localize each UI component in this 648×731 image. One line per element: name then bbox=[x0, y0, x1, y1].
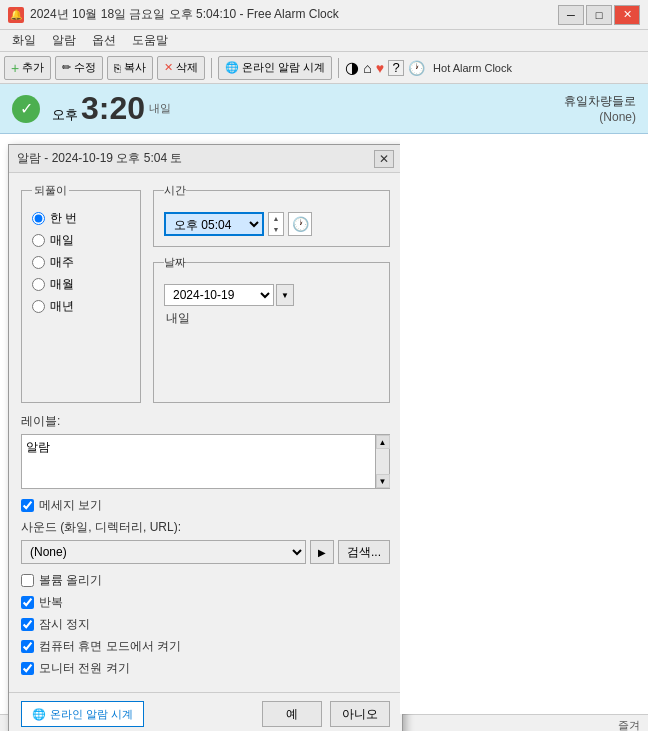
menu-help[interactable]: 도움말 bbox=[124, 30, 176, 51]
scrollbar-up-button[interactable]: ▲ bbox=[376, 435, 390, 449]
half-circle-icon: ◑ bbox=[345, 58, 359, 77]
separator-2 bbox=[338, 58, 339, 78]
dialog-title: 알람 - 2024-10-19 오후 5:04 토 bbox=[17, 150, 374, 167]
copy-button[interactable]: ⎘ 복사 bbox=[107, 56, 153, 80]
wakeup-row: 컴퓨터 휴면 모드에서 켜기 bbox=[21, 638, 390, 655]
repeat-monthly-radio[interactable] bbox=[32, 278, 45, 291]
holiday-value: (None) bbox=[171, 110, 636, 124]
title-bar-text: 2024년 10월 18일 금요일 오후 5:04:10 - Free Alar… bbox=[30, 6, 558, 23]
home-icon: ⌂ bbox=[363, 60, 371, 76]
volume-checkbox[interactable] bbox=[21, 574, 34, 587]
hot-alarm-label: Hot Alarm Clock bbox=[433, 62, 512, 74]
menu-bar: 화일 알람 옵션 도움말 bbox=[0, 30, 648, 52]
minimize-button[interactable]: ─ bbox=[558, 5, 584, 25]
time-value: 3:20 bbox=[81, 90, 145, 127]
copy-icon: ⎘ bbox=[114, 62, 121, 74]
time-spinner[interactable]: ▲ ▼ bbox=[268, 212, 284, 236]
title-bar: 🔔 2024년 10월 18일 금요일 오후 5:04:10 - Free Al… bbox=[0, 0, 648, 30]
snooze-row: 잠시 정지 bbox=[21, 616, 390, 633]
holiday-title: 휴일차량들로 bbox=[171, 93, 636, 110]
repeat-monthly: 매월 bbox=[32, 276, 130, 293]
show-message-checkbox[interactable] bbox=[21, 499, 34, 512]
date-tomorrow-label: 내일 bbox=[164, 310, 379, 327]
wakeup-checkbox[interactable] bbox=[21, 640, 34, 653]
repeat-legend: 되풀이 bbox=[32, 183, 69, 198]
holiday-info: 휴일차량들로 (None) bbox=[171, 93, 636, 124]
dialog-close-button[interactable]: ✕ bbox=[374, 150, 394, 168]
dialog-body: 되풀이 한 번 매일 매주 매월 bbox=[9, 173, 402, 692]
date-select[interactable]: 2024-10-19 bbox=[164, 284, 274, 306]
sound-search-button[interactable]: 검색... bbox=[338, 540, 390, 564]
heart-icon: ♥ bbox=[376, 60, 384, 76]
sound-select[interactable]: (None) bbox=[21, 540, 306, 564]
window-close-button[interactable]: ✕ bbox=[614, 5, 640, 25]
add-button[interactable]: + 추가 bbox=[4, 56, 51, 80]
menu-file[interactable]: 화일 bbox=[4, 30, 44, 51]
time-legend: 시간 bbox=[164, 183, 186, 198]
dialog-titlebar: 알람 - 2024-10-19 오후 5:04 토 ✕ bbox=[9, 145, 402, 173]
label-title: 레이블: bbox=[21, 413, 390, 430]
bottom-text: 즐겨 bbox=[618, 718, 640, 731]
globe-icon: 🌐 bbox=[225, 61, 239, 74]
wakeup-label: 컴퓨터 휴면 모드에서 켜기 bbox=[39, 638, 181, 655]
time-group: 시간 오후 05:04 ▲ ▼ 🕐 bbox=[153, 183, 390, 247]
time-select[interactable]: 오후 05:04 bbox=[164, 212, 264, 236]
delete-button[interactable]: ✕ 삭제 bbox=[157, 56, 205, 80]
menu-options[interactable]: 옵션 bbox=[84, 30, 124, 51]
snooze-checkbox[interactable] bbox=[21, 618, 34, 631]
repeat-checkbox[interactable] bbox=[21, 596, 34, 609]
label-section: 레이블: 알람 ▲ ▼ bbox=[21, 413, 390, 489]
monitor-checkbox[interactable] bbox=[21, 662, 34, 675]
sound-play-button[interactable]: ▶ bbox=[310, 540, 334, 564]
separator-1 bbox=[211, 58, 212, 78]
repeat-daily-radio[interactable] bbox=[32, 234, 45, 247]
repeat-weekly: 매주 bbox=[32, 254, 130, 271]
repeat-weekly-radio[interactable] bbox=[32, 256, 45, 269]
right-panel bbox=[400, 134, 648, 714]
online-alarm-button[interactable]: 🌐 온라인 알람 시계 bbox=[218, 56, 332, 80]
menu-alarm[interactable]: 알람 bbox=[44, 30, 84, 51]
question-icon: ? bbox=[388, 60, 404, 76]
date-extra-area bbox=[164, 327, 379, 392]
date-dropdown-button[interactable]: ▼ bbox=[276, 284, 294, 306]
clock-picker-button[interactable]: 🕐 bbox=[288, 212, 312, 236]
clock-icon: 🕐 bbox=[408, 60, 425, 76]
maximize-button[interactable]: □ bbox=[586, 5, 612, 25]
date-select-row: 2024-10-19 ▼ bbox=[164, 284, 379, 306]
snooze-label: 잠시 정지 bbox=[39, 616, 90, 633]
show-message-label: 메세지 보기 bbox=[39, 497, 102, 514]
yes-button[interactable]: 예 bbox=[262, 701, 322, 727]
scrollbar-track bbox=[376, 449, 390, 474]
repeat-once-radio[interactable] bbox=[32, 212, 45, 225]
repeat-once: 한 번 bbox=[32, 210, 130, 227]
no-button[interactable]: 아니오 bbox=[330, 701, 390, 727]
time-spinner-up[interactable]: ▲ bbox=[269, 213, 283, 224]
main-area: 알람 - 2024-10-19 오후 5:04 토 ✕ 되풀이 한 번 매일 bbox=[0, 134, 648, 714]
volume-label: 볼륨 올리기 bbox=[39, 572, 102, 589]
scrollbar-down-button[interactable]: ▼ bbox=[376, 474, 390, 488]
sound-row: (None) ▶ 검색... bbox=[21, 540, 390, 564]
repeat-group: 되풀이 한 번 매일 매주 매월 bbox=[21, 183, 141, 403]
app-icon: 🔔 bbox=[8, 7, 24, 23]
monitor-row: 모니터 전원 켜기 bbox=[21, 660, 390, 677]
time-date-col: 시간 오후 05:04 ▲ ▼ 🕐 bbox=[153, 183, 390, 403]
sound-label: 사운드 (화일, 디렉터리, URL): bbox=[21, 519, 390, 536]
date-legend: 날짜 bbox=[164, 255, 186, 270]
label-textarea[interactable]: 알람 bbox=[22, 435, 389, 485]
footer-globe-icon: 🌐 bbox=[32, 708, 46, 721]
time-input-row: 오후 05:04 ▲ ▼ 🕐 bbox=[164, 212, 379, 236]
repeat-check-row: 반복 bbox=[21, 594, 390, 611]
time-spinner-down[interactable]: ▼ bbox=[269, 224, 283, 235]
status-bar: ✓ 오후 3:20 내일 휴일차량들로 (None) bbox=[0, 84, 648, 134]
add-icon: + bbox=[11, 60, 19, 76]
repeat-daily: 매일 bbox=[32, 232, 130, 249]
alarm-dialog: 알람 - 2024-10-19 오후 5:04 토 ✕ 되풀이 한 번 매일 bbox=[8, 144, 403, 731]
sound-section: 사운드 (화일, 디렉터리, URL): (None) ▶ 검색... bbox=[21, 519, 390, 564]
edit-button[interactable]: ✏ 수정 bbox=[55, 56, 103, 80]
repeat-yearly-radio[interactable] bbox=[32, 300, 45, 313]
title-bar-controls: ─ □ ✕ bbox=[558, 5, 640, 25]
date-group: 날짜 2024-10-19 ▼ 내일 bbox=[153, 255, 390, 403]
alarm-check-icon: ✓ bbox=[12, 95, 40, 123]
dialog-footer: 🌐 온라인 알람 시계 예 아니오 bbox=[9, 692, 402, 731]
footer-online-button[interactable]: 🌐 온라인 알람 시계 bbox=[21, 701, 144, 727]
